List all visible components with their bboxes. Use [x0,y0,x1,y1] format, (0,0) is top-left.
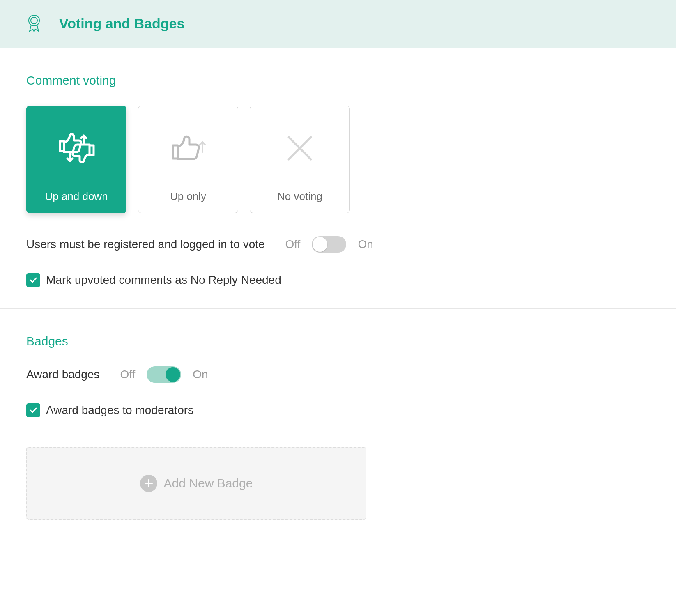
award-moderators-row: Award badges to moderators [26,403,650,417]
add-new-badge-label: Add New Badge [164,476,253,490]
x-icon [250,106,349,190]
award-moderators-checkbox[interactable] [26,403,40,417]
voting-option-label: No voting [277,190,322,203]
mark-upvoted-label: Mark upvoted comments as No Reply Needed [46,274,281,287]
voting-option-label: Up only [170,190,206,203]
off-label: Off [120,368,136,381]
ribbon-icon [26,14,42,33]
award-badges-label: Award badges [26,368,100,381]
award-moderators-label: Award badges to moderators [46,404,193,417]
page-title: Voting and Badges [59,16,184,32]
award-badges-toggle[interactable] [147,366,181,383]
svg-point-0 [29,15,39,26]
thumbs-up-icon [138,106,238,190]
comment-voting-section: Comment voting [0,48,676,309]
page-header: Voting and Badges [0,0,676,48]
login-required-toggle[interactable] [312,236,346,253]
voting-option-no-voting[interactable]: No voting [250,106,350,213]
voting-option-up-only[interactable]: Up only [138,106,238,213]
mark-upvoted-checkbox[interactable] [26,273,40,287]
plus-icon [140,475,157,492]
voting-options: Up and down Up only [26,106,650,213]
badges-title: Badges [26,334,650,348]
comment-voting-title: Comment voting [26,74,650,87]
thumbs-up-down-icon [27,106,126,190]
toggle-knob [166,367,180,382]
voting-option-label: Up and down [45,190,108,203]
on-label: On [193,368,208,381]
off-label: Off [285,238,301,251]
award-badges-row: Award badges Off On [26,366,650,383]
add-new-badge-button[interactable]: Add New Badge [26,447,366,520]
voting-option-up-and-down[interactable]: Up and down [26,106,126,213]
svg-point-1 [31,17,37,24]
toggle-knob [313,237,327,252]
badges-section: Badges Award badges Off On Award badges … [0,309,676,553]
login-required-row: Users must be registered and logged in t… [26,236,650,253]
login-required-label: Users must be registered and logged in t… [26,238,265,251]
mark-upvoted-row: Mark upvoted comments as No Reply Needed [26,273,650,287]
on-label: On [358,238,373,251]
